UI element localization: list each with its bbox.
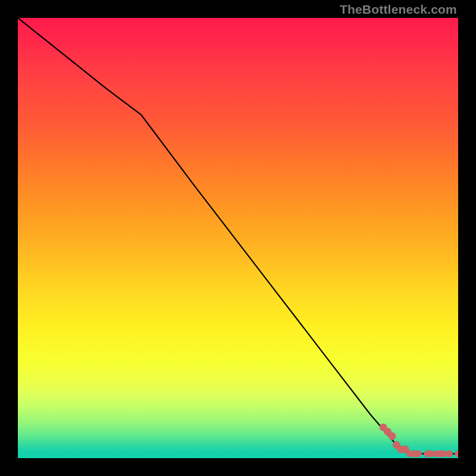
series-curve [18,18,458,454]
series-tail-markers [380,424,458,458]
marker-dash [425,450,434,457]
marker-dash [438,450,447,457]
marker-dot [455,450,458,458]
watermark-text: TheBottleneck.com [340,2,457,17]
marker-dot [389,433,396,440]
plot-area [18,18,458,458]
chart-frame: TheBottleneck.com [0,0,476,476]
marker-dash [412,450,421,457]
chart-overlay [18,18,458,458]
